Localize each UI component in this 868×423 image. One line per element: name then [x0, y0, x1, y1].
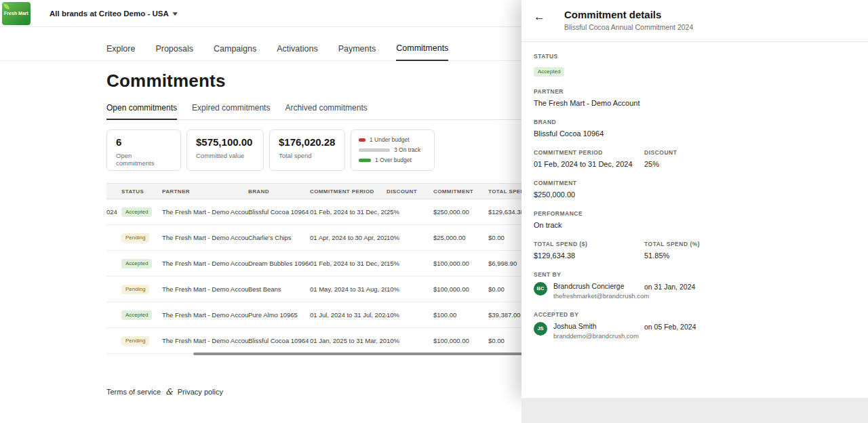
status-badge: Pending	[121, 285, 149, 294]
section-performance: PERFORMANCE On track	[534, 210, 856, 229]
card-total-spend: $176,020.28 Total spend	[269, 129, 345, 171]
budget-row-over: 1 Over budget	[359, 157, 427, 163]
period-value: 01 Feb, 2024 to 31 Dec, 2024	[534, 160, 644, 168]
section-status: STATUS Accepted	[534, 53, 856, 77]
cell-partner: The Fresh Mart - Demo Account	[162, 208, 248, 216]
status-badge: Accepted	[121, 207, 152, 217]
period-label: COMMITMENT PERIOD	[534, 149, 644, 156]
status-badge: Pending	[121, 233, 149, 243]
avatar: BC	[534, 282, 547, 296]
discount-value: 25%	[644, 160, 856, 168]
commitment-value: $250,000.00	[534, 190, 856, 199]
footer-separator: &	[165, 387, 173, 397]
total-spend-usd-value: $129,634.38	[534, 251, 644, 260]
back-button[interactable]: ←	[534, 11, 545, 22]
avatar: JS	[534, 322, 547, 336]
card-value: $176,020.28	[279, 136, 336, 148]
accepted-by-text: Joshua Smith branddemo@brandcrush.com	[553, 322, 639, 340]
card-label: Total spend	[279, 152, 336, 159]
subsection-total-spend-usd: TOTAL SPEND ($) $129,634.38	[534, 241, 644, 260]
column-header-partner: PARTNER	[162, 188, 248, 195]
cell-period: 01 Feb, 2024 to 31 Dec, 2024	[310, 260, 387, 267]
partner-value: The Fresh Mart - Demo Account	[534, 99, 856, 107]
brand-label: BRAND	[534, 119, 856, 125]
cell-partner: The Fresh Mart - Demo Account	[162, 337, 248, 344]
freshmart-logo[interactable]: Fresh Mart	[2, 2, 31, 25]
panel-body: STATUS Accepted PARTNER The Fresh Mart -…	[521, 42, 868, 340]
nav-item-commitments[interactable]: Commitments	[396, 43, 448, 61]
accepted-by-name: Joshua Smith	[553, 322, 639, 330]
cell-commitment: $25,000.00	[433, 234, 488, 241]
section-partner: PARTNER The Fresh Mart - Demo Account	[534, 88, 856, 107]
status-badge: Accepted	[121, 310, 152, 320]
nav-item-campaigns[interactable]: Campaigns	[214, 44, 256, 60]
cell-status: Pending	[121, 233, 162, 243]
panel-subtitle: Blissful Cocoa Annual Commitment 2024	[564, 23, 693, 31]
nav-item-proposals[interactable]: Proposals	[155, 44, 193, 60]
column-header-discount: DISCOUNT	[387, 188, 433, 195]
cell-period: 01 May, 2024 to 31 Aug, 2024	[310, 285, 387, 293]
cell-partner: The Fresh Mart - Demo Account	[162, 260, 248, 267]
cell-brand: Pure Almo 10965	[248, 311, 310, 319]
discount-label: DISCOUNT	[644, 149, 856, 156]
cell-commitment: $100,000.00	[433, 337, 488, 344]
partner-label: PARTNER	[534, 88, 856, 95]
card-budget-status: 1 Under budget 3 On track 1 Over budget	[351, 129, 435, 171]
cell-discount: 10%	[387, 337, 433, 344]
brand-selector[interactable]: All brands at Criteo Demo - USA ▾	[50, 9, 176, 18]
subsection-total-spend-pct: TOTAL SPEND (%) 51.85%	[644, 241, 856, 260]
accepted-by-label: ACCEPTED BY	[534, 311, 856, 318]
panel-title-block: Commitment details Blissful Cocoa Annual…	[564, 9, 693, 31]
column-header-brand: BRAND	[248, 188, 310, 195]
under-budget-bar	[359, 138, 366, 142]
status-badge: Pending	[121, 336, 149, 346]
section-brand: BRAND Blissful Cocoa 10964	[534, 119, 856, 138]
accepted-by-email: branddemo@brandcrush.com	[553, 332, 639, 340]
sent-by-text: Brandcrush Concierge thefreshmarket@bran…	[553, 282, 649, 300]
logo-text: Fresh Mart	[4, 11, 28, 16]
tab-archived-commitments[interactable]: Archived commitments	[285, 103, 367, 119]
nav-item-activations[interactable]: Activations	[277, 44, 317, 60]
status-label: STATUS	[534, 53, 856, 60]
brand-value: Blissful Cocoa 10964	[534, 129, 856, 138]
card-committed-value: $575,100.00 Committed value	[186, 129, 264, 171]
budget-label: 1 Over budget	[375, 157, 412, 163]
total-spend-usd-label: TOTAL SPEND ($)	[534, 241, 644, 247]
accepted-by-date: on 05 Feb, 2024	[644, 323, 696, 331]
page-footer: Terms of service & Privacy policy	[106, 387, 223, 397]
cell-partner: The Fresh Mart - Demo Account	[162, 285, 248, 293]
performance-label: PERFORMANCE	[534, 210, 856, 217]
cell-partner: The Fresh Mart - Demo Account	[162, 234, 248, 241]
tab-open-commitments[interactable]: Open commitments	[106, 103, 177, 120]
sent-by-date: on 31 Jan, 2024	[644, 283, 695, 291]
subsection-period: COMMITMENT PERIOD 01 Feb, 2024 to 31 Dec…	[534, 149, 644, 168]
cell-partner: The Fresh Mart - Demo Account	[162, 311, 248, 319]
budget-row-under: 1 Under budget	[359, 136, 427, 143]
over-budget-bar	[359, 159, 371, 162]
sent-by-name: Brandcrush Concierge	[553, 282, 649, 290]
cell-brand: Best Beans	[248, 285, 310, 293]
privacy-policy-link[interactable]: Privacy policy	[178, 388, 223, 396]
nav-item-payments[interactable]: Payments	[338, 44, 376, 60]
cell-period: 01 Jan, 2025 to 31 Mar, 2025	[310, 337, 387, 344]
performance-value: On track	[534, 221, 856, 229]
cell-brand: Charlie's Chips	[248, 234, 310, 241]
on-track-bar	[359, 148, 390, 152]
cell-commitment: $100,000.00	[433, 285, 488, 293]
panel-header: ← Commitment details Blissful Cocoa Annu…	[521, 0, 868, 42]
cell-status: Pending	[121, 285, 162, 294]
accepted-by-person: JS Joshua Smith branddemo@brandcrush.com…	[534, 322, 856, 340]
budget-label: 1 Under budget	[370, 136, 410, 143]
cell-status: Pending	[121, 336, 162, 346]
column-header-commitment: COMMITMENT	[433, 188, 488, 195]
tab-expired-commitments[interactable]: Expired commitments	[192, 103, 270, 119]
status-badge: Accepted	[534, 67, 564, 77]
nav-item-explore[interactable]: Explore	[106, 44, 135, 60]
cell-status: Accepted	[121, 259, 162, 268]
budget-label: 3 On track	[394, 146, 420, 153]
subsection-discount: DISCOUNT 25%	[644, 149, 856, 168]
card-label: Open commitments	[116, 152, 172, 167]
brand-selector-label: All brands at Criteo Demo - USA	[50, 9, 169, 18]
terms-of-service-link[interactable]: Terms of service	[106, 388, 161, 396]
column-header-period: COMMITMENT PERIOD	[310, 188, 387, 195]
